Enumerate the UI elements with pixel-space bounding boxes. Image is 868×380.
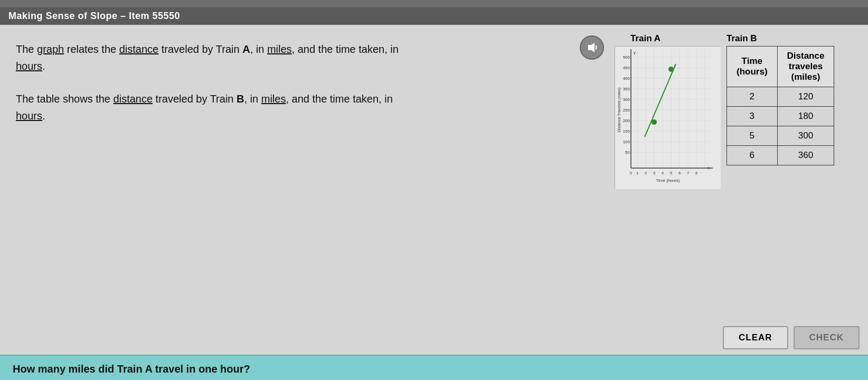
cell-distance: 300 [777, 126, 834, 146]
question-bar: How many miles did Train A travel in one… [0, 355, 868, 380]
clear-button[interactable]: CLEAR [723, 326, 788, 349]
svg-text:Time (hours): Time (hours) [656, 178, 680, 183]
paragraph1: The graph relates the distance traveled … [16, 41, 599, 75]
svg-text:100: 100 [623, 140, 630, 144]
cell-time: 5 [727, 126, 778, 146]
svg-text:350: 350 [623, 87, 630, 91]
cell-time: 6 [727, 146, 778, 165]
svg-text:200: 200 [623, 118, 630, 123]
graph-link[interactable]: graph [37, 43, 64, 55]
train-a-title: Train A [630, 33, 661, 44]
train-b-table: Time(hours) Distancetraveles(miles) 2120… [727, 46, 834, 165]
train-b-title: Train B [727, 33, 757, 44]
cell-distance: 360 [777, 146, 834, 165]
svg-text:5: 5 [670, 171, 672, 175]
col-distance-header: Distancetraveles(miles) [777, 47, 834, 87]
table-row: 5300 [727, 126, 834, 146]
miles-link1[interactable]: miles [267, 43, 292, 55]
top-bar [0, 0, 868, 7]
chart-container: 500 450 400 350 300 250 200 150 100 50 D… [615, 46, 720, 189]
check-button[interactable]: CHECK [794, 326, 860, 349]
svg-text:400: 400 [623, 76, 630, 81]
svg-text:2: 2 [645, 171, 647, 175]
svg-text:50: 50 [625, 150, 630, 155]
distance-link1[interactable]: distance [119, 43, 159, 55]
svg-marker-0 [588, 43, 595, 52]
table-row: 2120 [727, 87, 834, 107]
right-panel: Train A [615, 25, 868, 321]
train-a-section: Train A [615, 33, 720, 312]
svg-text:500: 500 [623, 55, 630, 60]
cell-distance: 180 [777, 107, 834, 126]
svg-text:8: 8 [695, 171, 697, 175]
main-content: The graph relates the distance traveled … [0, 25, 868, 321]
train-b-section: Train B Time(hours) Distancetraveles(mil… [727, 33, 834, 312]
svg-text:6: 6 [678, 171, 681, 175]
col-time-header: Time(hours) [727, 47, 778, 87]
cell-time: 2 [727, 87, 778, 107]
audio-button[interactable] [580, 35, 604, 60]
svg-text:y: y [634, 50, 636, 55]
svg-text:x: x [707, 165, 710, 170]
svg-text:0: 0 [630, 171, 632, 175]
cell-distance: 120 [777, 87, 834, 107]
svg-text:1: 1 [636, 171, 638, 175]
svg-text:300: 300 [623, 97, 630, 102]
svg-text:3: 3 [653, 171, 655, 175]
miles-link2[interactable]: miles [261, 93, 286, 105]
distance-link2[interactable]: distance [114, 93, 153, 105]
svg-text:7: 7 [687, 171, 689, 175]
cell-time: 3 [727, 107, 778, 126]
left-panel: The graph relates the distance traveled … [0, 25, 615, 321]
table-row: 3180 [727, 107, 834, 126]
svg-text:150: 150 [623, 129, 630, 134]
table-row: 6360 [727, 146, 834, 165]
train-a-chart: 500 450 400 350 300 250 200 150 100 50 D… [615, 47, 721, 189]
hours-link1[interactable]: hours [16, 60, 42, 72]
svg-text:Distance Traveled (miles): Distance Traveled (miles) [617, 87, 621, 132]
hours-link2[interactable]: hours [16, 110, 42, 122]
audio-icon [586, 42, 598, 53]
svg-text:250: 250 [623, 108, 630, 113]
svg-point-48 [668, 67, 674, 72]
paragraph2: The table shows the distance traveled by… [16, 90, 599, 124]
buttons-row: CLEAR CHECK [0, 321, 868, 355]
title-text: Making Sense of Slope – Item 55550 [8, 11, 180, 21]
title-bar: Making Sense of Slope – Item 55550 [0, 7, 868, 25]
question-text: How many miles did Train A travel in one… [13, 363, 250, 375]
svg-text:4: 4 [662, 171, 664, 175]
svg-point-47 [652, 119, 657, 125]
svg-text:450: 450 [623, 66, 630, 70]
